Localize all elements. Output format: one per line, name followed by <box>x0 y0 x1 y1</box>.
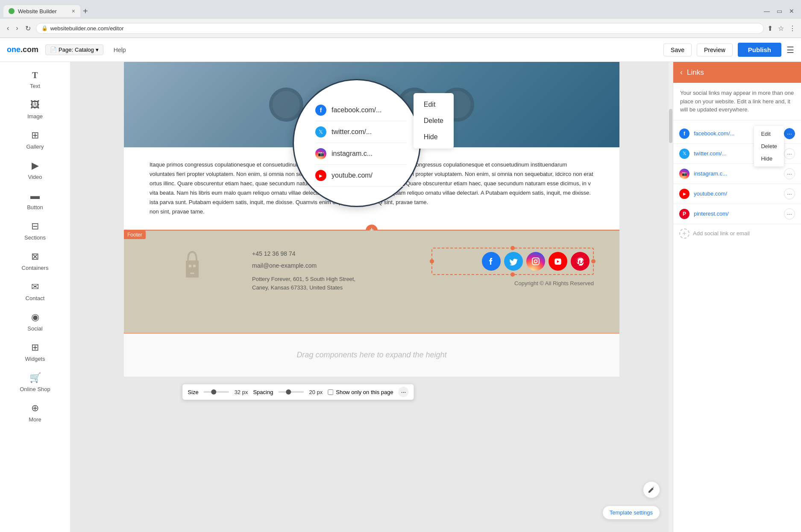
page-name: Catalog <box>75 47 94 53</box>
ctx-delete-button[interactable]: Delete <box>414 113 454 129</box>
panel-instagram-more[interactable]: ··· <box>784 168 795 179</box>
resize-handle-top[interactable] <box>511 246 515 250</box>
sidebar-item-contact[interactable]: ✉ Contact <box>0 276 70 307</box>
ctx-instagram[interactable]: 📷 instagram.c... <box>315 143 407 165</box>
context-circle: f facebook.com/... 𝕏 twitter.com/... 📷 i… <box>293 79 421 207</box>
panel-link-pinterest[interactable]: P pinterest.com/ ··· <box>673 204 801 224</box>
help-button[interactable]: Help <box>114 47 126 53</box>
ctx-facebook[interactable]: f facebook.com/... <box>315 99 407 121</box>
ctx-youtube[interactable]: ▶ youtube.com/ <box>315 165 407 187</box>
close-window-button[interactable]: ✕ <box>789 8 794 15</box>
new-tab-button[interactable]: + <box>83 6 88 16</box>
ctx-twitter[interactable]: 𝕏 twitter.com/... <box>315 121 407 143</box>
sidebar-item-gallery[interactable]: ⊞ Gallery <box>0 125 70 155</box>
resize-handle-left[interactable] <box>430 259 434 263</box>
resize-handle-bottom[interactable] <box>511 272 515 277</box>
sidebar-item-button[interactable]: ▬ Button <box>0 185 70 216</box>
ctx-edit-button[interactable]: Edit <box>414 96 454 113</box>
main-layout: T Text 🖼 Image ⊞ Gallery ▶ Video ▬ Butto… <box>0 62 801 532</box>
tab-close-button[interactable]: × <box>72 8 75 15</box>
sidebar-item-image[interactable]: 🖼 Image <box>0 94 70 125</box>
mini-edit-button[interactable]: Edit <box>754 128 784 140</box>
containers-icon: ⊠ <box>31 251 39 262</box>
spacing-slider[interactable] <box>278 391 304 393</box>
save-button[interactable]: Save <box>663 44 692 56</box>
lock-icon: 🔒 <box>41 25 48 31</box>
sidebar-item-text[interactable]: T Text <box>0 65 70 94</box>
template-settings-label: Template settings <box>610 509 653 516</box>
sidebar-label-widgets: Widgets <box>25 356 45 362</box>
right-panel: ‹ Links Your social links may appear in … <box>673 62 801 532</box>
panel-youtube-more[interactable]: ··· <box>784 188 795 199</box>
email: mail@one-example.com <box>252 260 414 272</box>
ctx-facebook-text: facebook.com/... <box>332 106 381 114</box>
panel-facebook-more[interactable]: ··· <box>784 128 795 139</box>
ctx-facebook-icon: f <box>315 105 326 116</box>
publish-button[interactable]: Publish <box>738 43 781 57</box>
logo: one.com <box>7 45 38 54</box>
edit-icon-button[interactable] <box>643 481 660 498</box>
social-pinterest[interactable] <box>571 252 590 271</box>
preview-button[interactable]: Preview <box>697 44 733 56</box>
drag-here-text: Drag components here to expand the heigh… <box>296 351 446 359</box>
sidebar-item-video[interactable]: ▶ Video <box>0 155 70 185</box>
size-slider[interactable] <box>204 391 229 393</box>
refresh-button[interactable]: ↻ <box>23 23 32 34</box>
more-icon: ⊕ <box>31 403 39 414</box>
page-selector[interactable]: 📄 Page: Catalog ▾ <box>45 44 103 55</box>
panel-link-facebook[interactable]: f facebook.com/... Edit Delete Hide ··· <box>673 124 801 144</box>
panel-back-button[interactable]: ‹ <box>680 68 683 77</box>
panel-pinterest-text: pinterest.com/ <box>694 210 780 217</box>
ctx-instagram-text: instagram.c... <box>332 150 373 158</box>
svg-rect-0 <box>186 260 199 278</box>
widgets-icon: ⊞ <box>31 342 39 353</box>
add-social-row[interactable]: + Add social link or email <box>673 224 801 243</box>
sidebar-item-sections[interactable]: ⊟ Sections <box>0 216 70 246</box>
scroll-indicator[interactable] <box>669 62 673 532</box>
ctx-hide-button[interactable]: Hide <box>414 129 454 145</box>
toolbar-more-button[interactable]: ··· <box>399 387 409 397</box>
tab-favicon <box>9 8 15 14</box>
add-social-icon: + <box>679 228 690 239</box>
sidebar-item-social[interactable]: ◉ Social <box>0 307 70 337</box>
mini-delete-button[interactable]: Delete <box>754 140 784 152</box>
gallery-icon: ⊞ <box>31 130 39 141</box>
social-instagram[interactable] <box>526 252 545 271</box>
footer-inner: +45 12 36 98 74 mail@one-example.com Pot… <box>150 248 594 293</box>
sidebar-item-more[interactable]: ⊕ More <box>0 398 70 428</box>
forward-button[interactable]: › <box>14 23 20 34</box>
spacing-value: 20 px <box>309 389 323 395</box>
mini-hide-button[interactable]: Hide <box>754 152 784 165</box>
share-icon[interactable]: ⬆ <box>767 24 773 32</box>
show-only-checkbox[interactable]: Show only on this page <box>328 389 393 395</box>
active-tab[interactable]: Website Builder × <box>3 5 80 17</box>
panel-pinterest-more[interactable]: ··· <box>784 208 795 219</box>
svg-point-6 <box>537 259 538 260</box>
social-twitter[interactable] <box>504 252 523 271</box>
more-icon[interactable]: ⋮ <box>789 24 796 32</box>
address: Pottery Forever, 601, 5 South High Stree… <box>252 275 414 293</box>
browser-chrome: Website Builder × + — ▭ ✕ ‹ › ↻ 🔒 websit… <box>0 0 801 38</box>
footer-label: Footer <box>124 231 146 239</box>
browser-nav: ‹ › ↻ 🔒 websitebuilder.one.com/editor ⬆ … <box>0 19 801 38</box>
sidebar-item-widgets[interactable]: ⊞ Widgets <box>0 337 70 367</box>
sidebar-item-online-shop[interactable]: 🛒 Online Shop <box>0 367 70 398</box>
resize-handle-right[interactable] <box>591 259 596 263</box>
address-bar[interactable]: 🔒 websitebuilder.one.com/editor <box>36 23 764 34</box>
panel-twitter-more[interactable]: ··· <box>784 148 795 159</box>
back-button[interactable]: ‹ <box>5 23 11 34</box>
minimize-button[interactable]: — <box>764 8 770 15</box>
social-youtube[interactable] <box>549 252 567 271</box>
panel-link-youtube[interactable]: ▶ youtube.com/ ··· <box>673 184 801 204</box>
hamburger-menu[interactable]: ☰ <box>786 45 794 55</box>
show-only-input[interactable] <box>328 389 333 395</box>
scroll-thumb[interactable] <box>669 109 672 143</box>
bookmark-icon[interactable]: ☆ <box>778 24 784 32</box>
template-settings-button[interactable]: Template settings <box>602 506 660 520</box>
sidebar-item-containers[interactable]: ⊠ Containers <box>0 246 70 276</box>
mini-context-menu: Edit Delete Hide <box>754 126 784 167</box>
social-facebook[interactable] <box>482 252 501 271</box>
sidebar-label-contact: Contact <box>26 295 45 301</box>
panel-link-instagram[interactable]: 📷 instagram.c... ··· <box>673 164 801 184</box>
maximize-button[interactable]: ▭ <box>777 8 782 15</box>
